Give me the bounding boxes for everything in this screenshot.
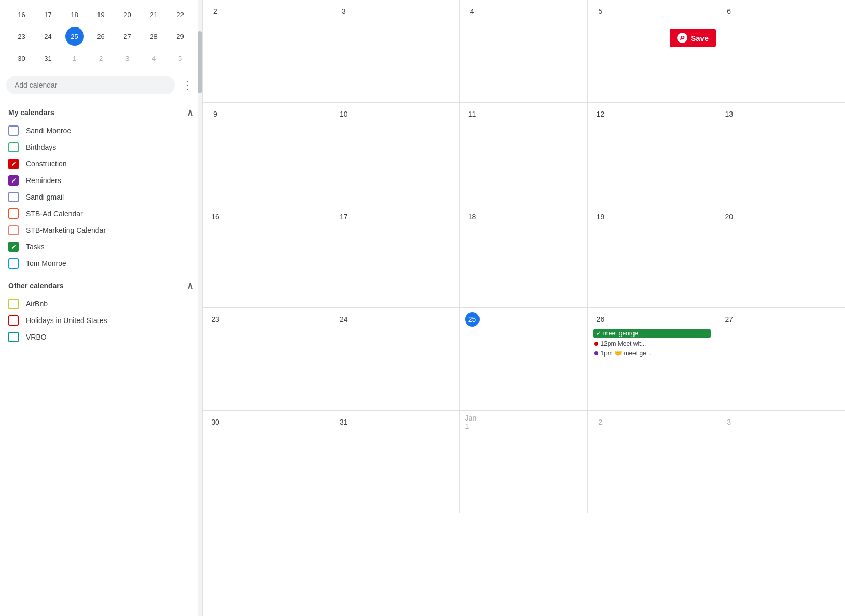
calendar-cell[interactable]: Jan 1	[460, 411, 588, 513]
calendar-checkbox[interactable]	[8, 208, 19, 219]
calendar-item[interactable]: ✓Construction	[0, 156, 202, 172]
my-calendars-collapse-button[interactable]: ∧	[187, 107, 193, 118]
calendar-label: STB-Marketing Calendar	[26, 226, 106, 234]
event-dot-row[interactable]: 12pm Meet wit...	[593, 339, 711, 348]
day-number: 16	[208, 209, 222, 224]
calendar-cell[interactable]: 23	[203, 308, 331, 411]
calendar-checkbox[interactable]	[8, 125, 19, 136]
calendar-item[interactable]: ✓Tasks	[0, 239, 202, 255]
calendar-item[interactable]: AirBnb	[0, 296, 202, 312]
mini-cal-day[interactable]: 27	[118, 27, 137, 46]
calendar-checkbox[interactable]	[8, 315, 19, 326]
calendar-cell[interactable]: 18	[460, 205, 588, 308]
calendar-item[interactable]: Birthdays	[0, 139, 202, 156]
mini-cal-day[interactable]: 4	[145, 49, 163, 67]
day-number: 12	[593, 107, 608, 121]
mini-cal-day[interactable]: 20	[118, 5, 137, 24]
calendar-cell[interactable]: 3	[331, 0, 460, 103]
mini-cal-day[interactable]: 21	[145, 5, 163, 24]
calendar-item[interactable]: STB-Marketing Calendar	[0, 222, 202, 239]
day-number: 19	[593, 209, 608, 224]
my-calendars-label: My calendars	[8, 108, 54, 117]
calendar-label: Birthdays	[26, 143, 56, 151]
mini-cal-day[interactable]: 28	[145, 27, 163, 46]
calendar-cell[interactable]: 13	[716, 103, 845, 205]
mini-cal-day[interactable]: 25	[65, 27, 84, 46]
calendar-cell[interactable]: 31	[331, 411, 460, 513]
mini-cal-day[interactable]: 22	[171, 5, 190, 24]
calendar-cell[interactable]: 11	[460, 103, 588, 205]
calendar-cell[interactable]: 26✓ meet george12pm Meet wit...1pm 🤝 mee…	[588, 308, 716, 411]
event-dot-indicator	[594, 342, 598, 346]
calendar-checkbox[interactable]	[8, 225, 19, 235]
mini-cal-day[interactable]: 5	[171, 49, 190, 67]
pinterest-save-button[interactable]: PSave	[670, 29, 716, 47]
day-number: 30	[208, 415, 222, 429]
calendar-cell[interactable]: 10	[331, 103, 460, 205]
calendar-cell[interactable]: 12	[588, 103, 716, 205]
scrollbar-thumb[interactable]	[198, 31, 202, 93]
calendar-checkbox[interactable]	[8, 332, 19, 342]
add-calendar-input[interactable]	[6, 76, 175, 94]
event-chip[interactable]: ✓ meet george	[593, 329, 711, 338]
calendar-item[interactable]: Tom Monroe	[0, 255, 202, 272]
calendar-cell[interactable]: 2	[588, 411, 716, 513]
calendar-label: AirBnb	[26, 300, 48, 308]
calendar-item[interactable]: Sandi Monroe	[0, 122, 202, 139]
mini-cal-day[interactable]: 18	[65, 5, 84, 24]
day-number: 4	[465, 4, 480, 19]
calendar-checkbox[interactable]	[8, 192, 19, 202]
calendar-cell[interactable]: 9	[203, 103, 331, 205]
mini-cal-day[interactable]: 17	[39, 5, 58, 24]
day-number: 10	[336, 107, 351, 121]
calendar-checkbox[interactable]	[8, 299, 19, 309]
mini-cal-day[interactable]: 30	[12, 49, 31, 67]
mini-cal-day[interactable]: 3	[118, 49, 137, 67]
event-dot-row[interactable]: 1pm 🤝 meet ge...	[593, 348, 711, 358]
calendar-cell[interactable]: 3	[716, 411, 845, 513]
calendar-item[interactable]: Holidays in United States	[0, 312, 202, 329]
calendar-cell[interactable]: 6	[716, 0, 845, 103]
mini-cal-day[interactable]: 1	[65, 49, 84, 67]
calendar-cell[interactable]: 30	[203, 411, 331, 513]
calendar-cell[interactable]: 17	[331, 205, 460, 308]
calendar-cell[interactable]: 5PSave	[588, 0, 716, 103]
calendar-cell[interactable]: 20	[716, 205, 845, 308]
day-number: 5	[593, 4, 608, 19]
mini-cal-row: 303112345	[8, 49, 193, 67]
calendar-item[interactable]: VRBO	[0, 329, 202, 345]
calendar-item[interactable]: Sandi gmail	[0, 189, 202, 205]
my-calendars-section-header: My calendars ∧	[0, 103, 202, 122]
calendar-label: Tasks	[26, 243, 45, 251]
calendar-cell[interactable]: 19	[588, 205, 716, 308]
mini-cal-day[interactable]: 23	[12, 27, 31, 46]
mini-cal-day[interactable]: 24	[39, 27, 58, 46]
mini-cal-day[interactable]: 2	[92, 49, 110, 67]
more-options-button[interactable]: ⋮	[179, 77, 195, 93]
calendar-item[interactable]: ✓Reminders	[0, 172, 202, 189]
day-number: 20	[722, 209, 736, 224]
other-calendars-collapse-button[interactable]: ∧	[187, 280, 193, 291]
calendar-checkbox[interactable]	[8, 258, 19, 269]
day-number: 11	[465, 107, 480, 121]
mini-calendar: 1617181920212223242526272829303112345	[0, 0, 202, 67]
day-number: 27	[722, 312, 736, 327]
mini-cal-day[interactable]: 26	[92, 27, 110, 46]
calendar-cell[interactable]: 2	[203, 0, 331, 103]
calendar-cell[interactable]: 25	[460, 308, 588, 411]
calendar-cell[interactable]: 24	[331, 308, 460, 411]
calendar-item[interactable]: STB-Ad Calendar	[0, 205, 202, 222]
mini-cal-day[interactable]: 19	[92, 5, 110, 24]
mini-cal-day[interactable]: 31	[39, 49, 58, 67]
calendar-checkbox[interactable]: ✓	[8, 159, 19, 169]
day-number: 18	[465, 209, 480, 224]
calendar-cell[interactable]: 27	[716, 308, 845, 411]
calendar-checkbox[interactable]: ✓	[8, 242, 19, 252]
calendar-cell[interactable]: 4	[460, 0, 588, 103]
calendar-checkbox[interactable]	[8, 142, 19, 152]
mini-cal-day[interactable]: 29	[171, 27, 190, 46]
mini-cal-day[interactable]: 16	[12, 5, 31, 24]
calendar-checkbox[interactable]: ✓	[8, 175, 19, 186]
event-dot-indicator	[594, 351, 598, 355]
calendar-cell[interactable]: 16	[203, 205, 331, 308]
